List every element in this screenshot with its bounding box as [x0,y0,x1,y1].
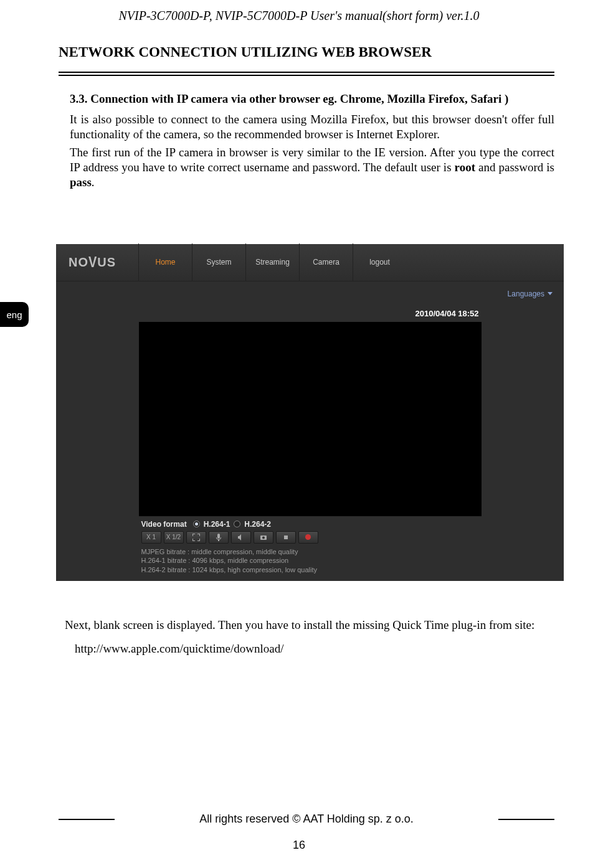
footer: All rights reserved © AAT Holding sp. z … [59,813,554,826]
snapshot-button[interactable] [254,531,273,544]
mic-icon [215,534,222,541]
fullscreen-button[interactable] [186,531,206,544]
footer-rule-right [498,819,554,820]
info-line-2: H.264-1 bitrate : 4096 kbps, middle comp… [141,556,479,565]
record-button[interactable] [298,531,318,544]
speaker-icon [237,534,245,541]
logo: NOVUS [56,255,138,270]
speaker-button[interactable] [231,531,251,544]
sub-heading: 3.3. Connection with IP camera via other… [70,92,554,106]
fullscreen-icon [192,534,200,541]
languages-dropdown[interactable]: Languages [56,281,564,306]
nav: Home System Streaming Camera logout [138,243,406,281]
radio-h264-2-label: H.264-2 [244,520,271,529]
stop-icon [282,534,290,541]
timestamp: 2010/04/04 18:52 [139,306,482,322]
paragraph-2-c: . [92,176,95,189]
bitrate-info: MJPEG bitrate : middle compression, midd… [139,546,482,582]
paragraph-1: It is also possible to connect to the ca… [70,112,554,143]
zoom-1x-button[interactable]: X 1 [141,531,161,544]
languages-label: Languages [508,290,544,298]
tab-streaming[interactable]: Streaming [245,243,299,281]
video-format-row: Video format H.264-1 H.264-2 [139,516,482,530]
info-line-3: H.264-2 bitrate : 1024 kbps, high compre… [141,565,479,575]
radio-h264-1[interactable] [193,521,200,527]
chevron-down-icon [548,292,553,295]
tab-home[interactable]: Home [138,243,192,281]
page-number: 16 [0,839,598,852]
pass-text: pass [70,176,92,189]
page-header: NVIP-3C7000D-P, NVIP-5C7000D-P User's ma… [0,0,598,23]
info-line-1: MJPEG bitrate : middle compression, midd… [141,547,479,557]
video-area [139,322,482,516]
tab-camera[interactable]: Camera [299,243,353,281]
record-icon [305,534,311,540]
paragraph-2: The first run of the IP camera in browse… [70,145,554,191]
section-rule [59,72,554,76]
language-tab: eng [0,302,29,327]
next-paragraph: Next, blank screen is displayed. Then yo… [65,618,554,632]
tab-logout[interactable]: logout [353,243,406,281]
root-text: root [455,161,475,174]
url-paragraph: http://www.apple.com/quicktime/download/ [75,642,554,656]
video-format-label: Video format [141,520,187,529]
radio-h264-1-label: H.264-1 [204,520,230,529]
section-title: NETWORK CONNECTION UTILIZING WEB BROWSER [59,44,554,60]
topbar: NOVUS Home System Streaming Camera logou… [56,244,564,281]
mic-button[interactable] [209,531,229,544]
camera-ui-screenshot: NOVUS Home System Streaming Camera logou… [56,244,564,582]
footer-text: All rights reserved © AAT Holding sp. z … [122,813,491,826]
zoom-half-button[interactable]: X 1/2 [164,531,184,544]
logo-v-icon: V [88,253,97,271]
radio-h264-2[interactable] [234,521,240,527]
logo-part-b: US [97,255,116,269]
stop-button[interactable] [276,531,296,544]
footer-rule-left [59,819,115,820]
svg-rect-2 [284,535,288,539]
logo-part-a: NO [69,255,88,269]
tab-system[interactable]: System [192,243,245,281]
camera-icon [260,534,267,541]
svg-point-1 [262,536,265,539]
toolbar: X 1 X 1/2 [139,530,482,546]
paragraph-2-b: and password is [475,161,554,174]
